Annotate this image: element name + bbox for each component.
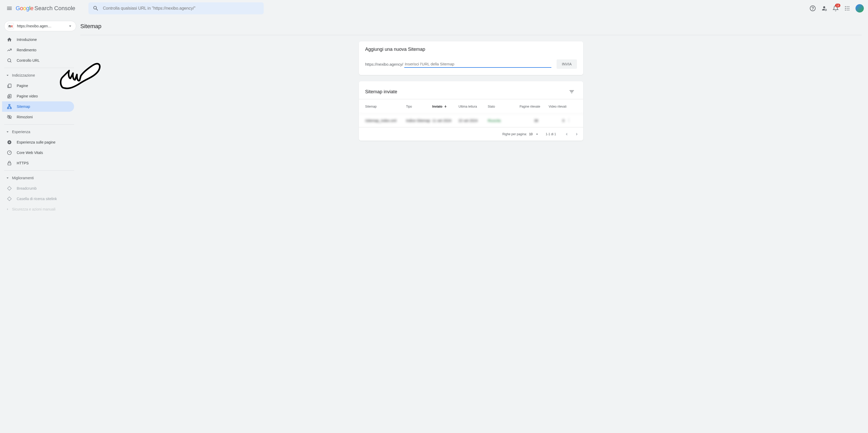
property-selector[interactable]: nx https://nexibo.agen… [4,21,76,31]
apps-grid-icon [844,6,850,11]
cell-sent: 11 set 2024 [432,119,459,123]
submit-sitemap-button[interactable]: INVIA [557,59,577,69]
nav-esperienza-pagine[interactable]: Esperienza sulle pagine [2,137,74,147]
eye-off-icon [7,114,12,120]
product-logo[interactable]: Google Search Console [16,5,75,12]
nav-pagine[interactable]: Pagine [2,80,74,91]
svg-marker-15 [9,96,10,97]
nav-breadcrumb[interactable]: Breadcrumb [2,183,74,194]
url-inspect-search[interactable] [88,2,264,14]
property-favicon: nx [7,23,14,29]
col-type[interactable]: Tipo [406,105,432,108]
help-button[interactable] [807,3,818,13]
section-esperienza[interactable]: Esperienza [2,127,78,137]
section-sicurezza[interactable]: Sicurezza e azioni manuali [2,204,78,214]
svg-point-5 [848,6,849,7]
svg-point-6 [845,8,846,9]
page-title: Sitemap [80,23,862,30]
nav-https[interactable]: HTTPS [2,158,74,168]
next-page-button[interactable] [573,130,581,138]
rows-per-page-label: Righe per pagina: [502,132,527,136]
col-videos[interactable]: Video rilevati [540,105,566,108]
svg-point-10 [847,10,847,10]
table-row[interactable]: /sitemap_index.xml Indice Sitemap 11 set… [359,113,583,127]
section-indicizzazione[interactable]: Indicizzazione [2,70,78,80]
add-sitemap-title: Aggiungi una nuova Sitemap [365,47,577,52]
arrow-down-icon [443,104,447,109]
nav-rendimento[interactable]: Rendimento [2,45,74,55]
nav-label: Introduzione [17,37,37,42]
svg-rect-23 [8,163,11,165]
nav-label: Breadcrumb [17,186,36,191]
rows-per-page-value[interactable]: 10 [529,132,533,136]
chevron-right-icon [574,131,580,137]
cell-sitemap: /sitemap_index.xml [365,119,406,123]
nav-controllo-url[interactable]: Controllo URL [2,55,74,66]
col-sitemap[interactable]: Sitemap [365,105,406,108]
nav-label: Controllo URL [17,58,40,63]
svg-point-11 [848,10,849,10]
chevron-left-icon [564,131,569,137]
col-last-read[interactable]: Ultima lettura [459,105,488,108]
col-sent[interactable]: Inviato [432,104,459,109]
hamburger-icon [6,5,12,11]
chevron-down-icon [5,73,10,78]
nav-sitemap[interactable]: Sitemap [2,101,74,112]
divider [4,170,74,171]
section-title: Esperienza [12,130,30,134]
svg-point-26 [568,121,569,122]
account-avatar[interactable] [856,4,864,12]
sitemap-url-input[interactable] [404,61,551,68]
menu-button[interactable] [4,3,14,13]
nav-introduzione[interactable]: Introduzione [2,34,74,45]
nav-label: Core Web Vitals [17,151,43,155]
svg-rect-13 [9,84,11,87]
svg-point-7 [847,8,847,9]
nav-core-web-vitals[interactable]: Core Web Vitals [2,147,74,158]
col-status[interactable]: Stato [488,105,514,108]
plus-circle-icon [7,140,12,145]
table-footer: Righe per pagina: 10 1-1 di 1 [359,127,583,141]
divider [4,68,74,68]
chevron-right-icon [5,207,10,211]
home-icon [7,37,12,42]
chevron-down-icon [5,176,10,180]
nav-label: Casella di ricerca sitelink [17,197,57,201]
cell-status: Riuscita [488,119,514,123]
svg-point-25 [568,120,569,121]
nav-pagine-video[interactable]: Pagine video [2,91,74,101]
users-settings-button[interactable] [819,3,829,13]
product-name: Search Console [34,5,75,12]
add-sitemap-card: Aggiungi una nuova Sitemap https://nexib… [359,41,583,75]
person-gear-icon [821,5,827,11]
filter-button[interactable] [566,87,577,97]
section-title: Miglioramenti [12,176,34,180]
svg-rect-17 [7,108,9,109]
search-icon [7,58,12,63]
nav-rimozioni[interactable]: Rimozioni [2,112,74,122]
nav-casella-ricerca-sitelink[interactable]: Casella di ricerca sitelink [2,194,74,204]
svg-point-9 [845,10,846,10]
cell-pages: 38 [514,119,540,123]
lock-icon [7,161,12,166]
prev-page-button[interactable] [562,130,571,138]
col-pages[interactable]: Pagine rilevate [514,105,540,108]
video-pages-icon [7,94,12,99]
chevron-down-icon [67,24,73,29]
nav-label: HTTPS [17,161,29,165]
app-header: Google Search Console 18 [0,0,868,17]
apps-button[interactable] [842,3,852,13]
search-icon [93,5,99,11]
row-menu-button[interactable] [566,118,577,123]
sitemap-url-prefix: https://nexibo.agency/ [365,62,403,66]
notifications-button[interactable]: 18 [831,3,841,13]
svg-point-24 [568,118,569,119]
section-title: Sicurezza e azioni manuali [12,207,56,211]
chevron-down-icon [5,130,10,134]
url-inspect-input[interactable] [103,6,259,11]
diamond-icon [7,196,12,201]
section-miglioramenti[interactable]: Miglioramenti [2,173,78,183]
main-content: Sitemap Aggiungi una nuova Sitemap https… [78,17,868,433]
chevron-down-icon[interactable] [535,132,539,136]
page-header: Sitemap [80,17,862,35]
